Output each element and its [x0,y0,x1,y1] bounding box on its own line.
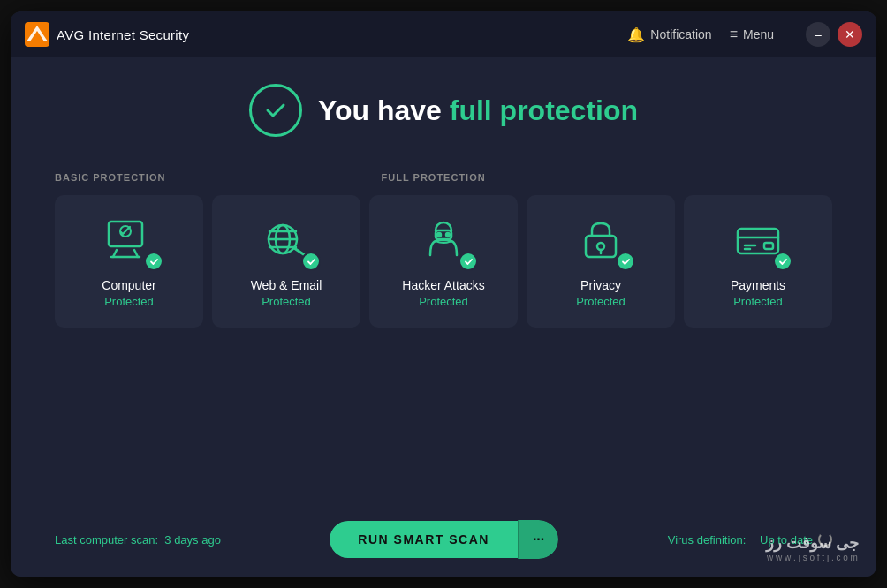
privacy-check-badge [616,252,635,271]
hamburger-icon: ≡ [730,26,738,42]
protection-section: BASIC PROTECTION FULL PROTECTION [55,172,832,328]
last-scan-value: 3 days ago [164,533,221,547]
app-title: AVG Internet Security [57,27,189,42]
title-bar: AVG Internet Security 🔔 Notification ≡ M… [11,11,876,57]
payments-icon-wrap [727,215,789,268]
computer-card[interactable]: Computer Protected [55,195,203,328]
privacy-icon-wrap [570,215,632,268]
bottom-bar: Last computer scan: 3 days ago RUN SMART… [55,502,832,559]
payments-card-status: Protected [733,295,783,308]
close-button[interactable]: ✕ [838,22,862,47]
section-labels: BASIC PROTECTION FULL PROTECTION [55,172,832,183]
virus-def-label: Virus definition: [668,533,747,547]
web-email-icon-wrap [255,215,317,268]
computer-card-title: Computer [102,278,155,292]
svg-rect-24 [764,243,773,249]
basic-protection-label: BASIC PROTECTION [55,172,382,183]
title-bar-right: 🔔 Notification ≡ Menu – ✕ [627,22,862,47]
app-window: AVG Internet Security 🔔 Notification ≡ M… [11,11,876,577]
watermark-text: جی سوفت رز [766,533,859,553]
hacker-attacks-card-title: Hacker Attacks [402,278,484,292]
svg-point-16 [446,233,450,237]
window-controls: – ✕ [806,22,862,47]
hacker-icon-wrap [413,215,474,268]
computer-card-status: Protected [104,295,154,308]
watermark-url: w w w . j s o f t j . c o m [766,553,859,562]
run-smart-scan-button[interactable]: RUN SMART SCAN [330,521,518,558]
status-text: You have full protection [318,94,638,127]
cards-row: Computer Protected [55,195,832,328]
last-scan-info: Last computer scan: 3 days ago [55,533,221,547]
privacy-card-status: Protected [576,295,625,308]
web-email-card-status: Protected [262,295,311,308]
status-check-circle [249,84,302,137]
scan-more-button[interactable]: ··· [518,520,558,559]
computer-icon-wrap [98,215,160,268]
hacker-check-badge [459,252,478,271]
status-header: You have full protection [249,84,638,137]
hacker-attacks-card-status: Protected [419,295,468,308]
title-bar-left: AVG Internet Security [25,22,189,47]
status-text-highlight: full protection [450,94,638,126]
status-text-prefix: You have [318,94,450,126]
web-email-card-title: Web & Email [251,278,322,292]
full-protection-label: FULL PROTECTION [382,172,832,183]
avg-logo [25,22,49,47]
web-email-card[interactable]: Web & Email Protected [212,195,360,328]
payments-card-title: Payments [731,278,785,292]
privacy-card-title: Privacy [580,278,621,292]
last-scan-label: Last computer scan: [55,533,158,547]
privacy-card[interactable]: Privacy Protected [527,195,675,328]
scan-button-group: RUN SMART SCAN ··· [330,520,558,559]
notification-label: Notification [650,27,711,41]
payments-check-badge [773,252,792,271]
menu-label: Menu [743,27,774,41]
hacker-attacks-card[interactable]: Hacker Attacks Protected [369,195,518,328]
payments-card[interactable]: Payments Protected [684,195,832,328]
main-content: You have full protection BASIC PROTECTIO… [11,57,876,577]
minimize-button[interactable]: – [806,22,830,47]
bell-icon: 🔔 [627,26,645,43]
svg-point-15 [437,233,441,237]
watermark: جی سوفت رز w w w . j s o f t j . c o m [766,533,859,562]
menu-button[interactable]: ≡ Menu [730,26,774,42]
notification-button[interactable]: 🔔 Notification [627,26,711,43]
web-email-check-badge [301,252,321,271]
computer-check-badge [144,252,163,271]
